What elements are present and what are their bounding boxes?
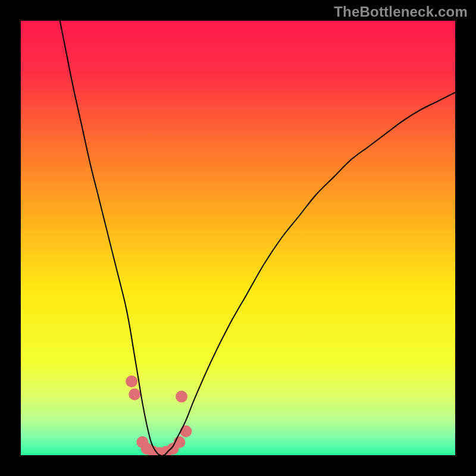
plot-area bbox=[21, 21, 455, 455]
chart-svg bbox=[21, 21, 455, 455]
curve-marker-dot bbox=[126, 375, 137, 387]
curve-marker-dot bbox=[129, 389, 140, 400]
chart-frame: TheBottleneck.com bbox=[0, 0, 476, 476]
gradient-background bbox=[21, 21, 455, 455]
watermark-text: TheBottleneck.com bbox=[334, 4, 468, 20]
curve-marker-dot bbox=[180, 425, 192, 437]
curve-marker-dot bbox=[176, 390, 187, 402]
